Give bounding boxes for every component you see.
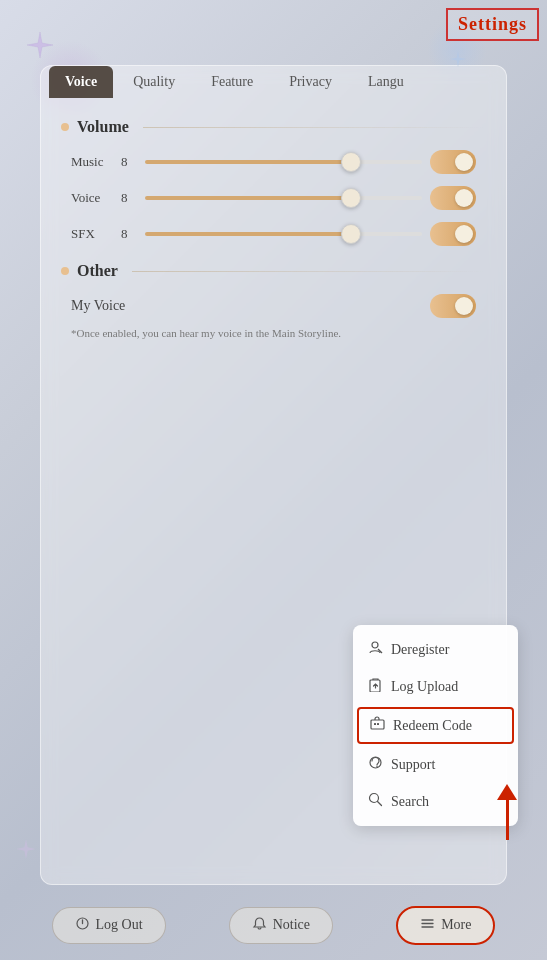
logout-label: Log Out: [96, 917, 143, 933]
svg-rect-8: [377, 723, 379, 725]
search-label: Search: [391, 794, 429, 810]
music-slider-row: Music 8: [61, 144, 486, 180]
svg-point-3: [372, 642, 378, 648]
tab-quality[interactable]: Quality: [117, 66, 191, 98]
myvoice-label: My Voice: [71, 298, 125, 314]
svg-point-10: [376, 766, 377, 767]
other-section-header: Other: [61, 262, 486, 280]
panel-content: Volume Music 8 Voice 8 SFX 8: [41, 98, 506, 361]
sfx-label: SFX: [71, 226, 113, 242]
dropdown-menu: Deregister Log Upload Red: [353, 625, 518, 826]
arrow-indicator: [497, 784, 517, 840]
dropdown-log-upload[interactable]: Log Upload: [353, 668, 518, 705]
voice-slider-row: Voice 8: [61, 180, 486, 216]
notice-label: Notice: [273, 917, 310, 933]
search-icon: [367, 792, 383, 811]
svg-marker-2: [16, 839, 36, 859]
log-upload-label: Log Upload: [391, 679, 458, 695]
logout-button[interactable]: Log Out: [52, 907, 166, 944]
svg-line-12: [377, 802, 381, 806]
support-icon: [367, 755, 383, 774]
settings-title: Settings: [446, 8, 539, 41]
music-thumb[interactable]: [341, 152, 361, 172]
log-upload-icon: [367, 677, 383, 696]
sfx-toggle[interactable]: [430, 222, 476, 246]
more-label: More: [441, 917, 471, 933]
tabs-container: Voice Quality Feature Privacy Langu: [41, 66, 506, 98]
music-value: 8: [121, 154, 137, 170]
myvoice-row: My Voice: [61, 288, 486, 324]
voice-toggle[interactable]: [430, 186, 476, 210]
voice-thumb[interactable]: [341, 188, 361, 208]
volume-label: Volume: [77, 118, 129, 136]
other-label: Other: [77, 262, 118, 280]
svg-rect-7: [374, 723, 376, 725]
tab-privacy[interactable]: Privacy: [273, 66, 348, 98]
bottom-bar: Log Out Notice More: [0, 890, 547, 960]
arrow-up: [497, 784, 517, 800]
tab-voice[interactable]: Voice: [49, 66, 113, 98]
voice-label: Voice: [71, 190, 113, 206]
support-label: Support: [391, 757, 435, 773]
myvoice-toggle[interactable]: [430, 294, 476, 318]
arrow-line: [506, 800, 509, 840]
logout-icon: [75, 916, 90, 935]
dropdown-search[interactable]: Search: [353, 783, 518, 820]
svg-marker-0: [27, 32, 53, 58]
music-label: Music: [71, 154, 113, 170]
dropdown-deregister[interactable]: Deregister: [353, 631, 518, 668]
myvoice-hint: *Once enabled, you can hear my voice in …: [61, 324, 486, 341]
notice-icon: [252, 916, 267, 935]
other-dot: [61, 267, 69, 275]
dropdown-redeem-code[interactable]: Redeem Code: [357, 707, 514, 744]
deregister-icon: [367, 640, 383, 659]
music-toggle[interactable]: [430, 150, 476, 174]
music-slider[interactable]: [145, 160, 422, 164]
sparkle-decoration-3: [15, 838, 37, 860]
notice-button[interactable]: Notice: [229, 907, 333, 944]
sfx-slider-row: SFX 8: [61, 216, 486, 252]
more-icon: [420, 916, 435, 935]
voice-value: 8: [121, 190, 137, 206]
voice-slider[interactable]: [145, 196, 422, 200]
dropdown-support[interactable]: Support: [353, 746, 518, 783]
redeem-code-icon: [369, 716, 385, 735]
volume-divider: [143, 127, 486, 128]
more-button[interactable]: More: [396, 906, 495, 945]
tab-language[interactable]: Langu: [352, 66, 420, 98]
volume-dot: [61, 123, 69, 131]
svg-point-9: [370, 757, 381, 768]
other-divider: [132, 271, 486, 272]
sfx-thumb[interactable]: [341, 224, 361, 244]
sparkle-decoration: [25, 30, 55, 60]
sfx-slider[interactable]: [145, 232, 422, 236]
volume-section-header: Volume: [61, 118, 486, 136]
redeem-code-label: Redeem Code: [393, 718, 472, 734]
settings-panel: Voice Quality Feature Privacy Langu Volu…: [40, 65, 507, 885]
sfx-value: 8: [121, 226, 137, 242]
tab-feature[interactable]: Feature: [195, 66, 269, 98]
deregister-label: Deregister: [391, 642, 449, 658]
